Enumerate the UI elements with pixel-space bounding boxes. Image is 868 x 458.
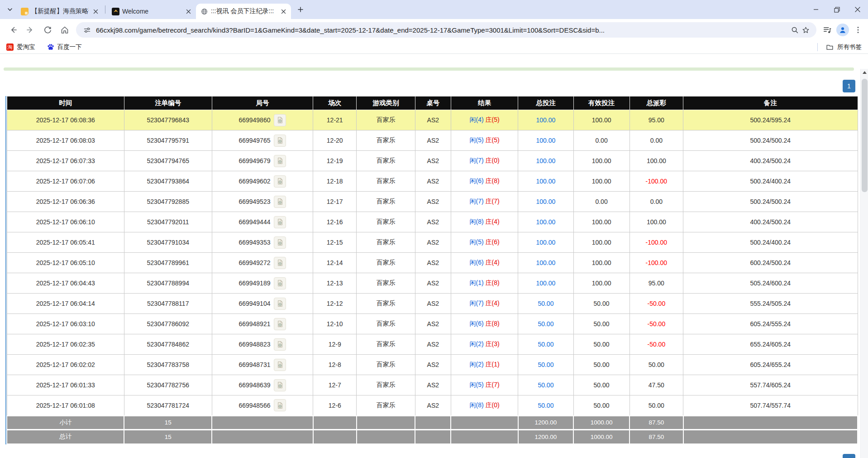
home-icon[interactable] bbox=[57, 22, 72, 38]
cell-total-bet: 50.00 bbox=[518, 294, 573, 314]
cell-time: 2025-12-17 06:03:10 bbox=[7, 314, 124, 334]
video-replay-button[interactable] bbox=[274, 257, 286, 269]
site-settings-icon[interactable] bbox=[81, 24, 92, 35]
url-text[interactable]: 66cxkj98.com/game/betrecord_search/kind3… bbox=[96, 26, 785, 34]
cell-table-number: AS2 bbox=[415, 192, 451, 212]
bookmark-taobao[interactable]: 淘 爱淘宝 bbox=[6, 43, 35, 51]
address-bar[interactable]: 66cxkj98.com/game/betrecord_search/kind3… bbox=[76, 22, 816, 38]
video-replay-button[interactable] bbox=[274, 155, 286, 167]
total-bet-link[interactable]: 100.00 bbox=[536, 137, 556, 144]
cell-remark: 505.24/600.24 bbox=[683, 273, 858, 294]
video-replay-button[interactable] bbox=[274, 196, 286, 208]
total-bet-link[interactable]: 100.00 bbox=[536, 280, 556, 287]
close-window-icon[interactable] bbox=[847, 0, 868, 19]
scrollbar-up-arrow-icon[interactable] bbox=[862, 71, 867, 74]
result-player: 闲(5) bbox=[470, 238, 484, 246]
video-replay-button[interactable] bbox=[274, 216, 286, 228]
bookmark-baidu[interactable]: 百度一下 bbox=[47, 43, 82, 51]
total-bet-link[interactable]: 50.00 bbox=[538, 402, 553, 409]
summary-cell bbox=[415, 416, 451, 430]
cell-bet-number: 523047789961 bbox=[124, 253, 212, 273]
tab-bet-records[interactable]: :::视讯 会员下注纪录::: bbox=[196, 4, 291, 19]
video-replay-button[interactable] bbox=[274, 379, 286, 391]
video-replay-button[interactable] bbox=[274, 338, 286, 351]
summary-cell bbox=[451, 416, 518, 430]
cell-time: 2025-12-17 06:02:35 bbox=[7, 334, 124, 355]
pagination-page-1-top[interactable]: 1 bbox=[843, 80, 855, 92]
minimize-icon[interactable] bbox=[806, 0, 826, 19]
total-bet-link[interactable]: 100.00 bbox=[536, 198, 556, 205]
new-tab-icon[interactable] bbox=[295, 4, 306, 15]
total-bet-link[interactable]: 100.00 bbox=[536, 218, 556, 226]
cell-bet-number: 523047788994 bbox=[124, 273, 212, 294]
total-bet-link[interactable]: 50.00 bbox=[538, 341, 553, 348]
total-bet-link[interactable]: 100.00 bbox=[536, 178, 556, 185]
result-player: 闲(8) bbox=[470, 401, 484, 409]
video-replay-button[interactable] bbox=[274, 298, 286, 310]
video-replay-button[interactable] bbox=[274, 175, 286, 188]
bookmark-label: 爱淘宝 bbox=[17, 43, 35, 51]
column-header: 备注 bbox=[683, 96, 858, 110]
total-bet-link[interactable]: 50.00 bbox=[538, 381, 553, 389]
cell-remark: 555.24/505.24 bbox=[683, 294, 858, 314]
total-bet-link[interactable]: 100.00 bbox=[536, 259, 556, 266]
total-bet-link[interactable]: 100.00 bbox=[536, 157, 556, 164]
page-scrollbar[interactable] bbox=[860, 69, 868, 458]
restore-icon[interactable] bbox=[826, 0, 847, 19]
close-tab-icon[interactable] bbox=[184, 7, 192, 15]
tab-welcome[interactable]: Welcome bbox=[107, 4, 196, 19]
total-bet-link[interactable]: 50.00 bbox=[538, 361, 553, 368]
globe-favicon-icon bbox=[200, 8, 208, 15]
video-replay-button[interactable] bbox=[274, 236, 286, 249]
cell-payout: -100.00 bbox=[630, 253, 683, 273]
cell-result: 闲(2) 庄(3) bbox=[451, 334, 518, 355]
result-player: 闲(6) bbox=[470, 259, 484, 266]
cell-valid-bet: 100.00 bbox=[573, 253, 630, 273]
cell-table-number: AS2 bbox=[415, 253, 451, 273]
cell-session: 12-20 bbox=[313, 130, 357, 151]
total-bet-link[interactable]: 50.00 bbox=[538, 300, 553, 307]
cell-table-number: AS2 bbox=[415, 273, 451, 294]
video-replay-button[interactable] bbox=[274, 135, 286, 147]
cell-remark: 600.24/500.24 bbox=[683, 253, 858, 273]
tab-forum[interactable]: 【新提醒】海燕策略论坛 - 综合 bbox=[16, 4, 103, 19]
cell-result: 闲(5) 庄(6) bbox=[451, 232, 518, 253]
total-bet-link[interactable]: 100.00 bbox=[536, 116, 556, 124]
profile-avatar[interactable] bbox=[836, 24, 849, 36]
video-replay-button[interactable] bbox=[274, 318, 286, 330]
reload-icon[interactable] bbox=[40, 22, 55, 38]
cell-payout: -50.00 bbox=[630, 334, 683, 355]
video-replay-button[interactable] bbox=[274, 359, 286, 371]
zoom-page-icon[interactable] bbox=[789, 24, 800, 35]
window-controls bbox=[806, 0, 868, 19]
total-bet-link[interactable]: 100.00 bbox=[536, 239, 556, 246]
column-header: 局号 bbox=[212, 96, 313, 110]
total-bet-link[interactable]: 50.00 bbox=[538, 320, 553, 328]
round-number: 669949104 bbox=[238, 300, 270, 307]
result-banker: 庄(8) bbox=[486, 177, 500, 184]
menu-kebab-icon[interactable] bbox=[853, 24, 863, 35]
video-replay-button[interactable] bbox=[274, 114, 286, 126]
video-replay-button[interactable] bbox=[274, 399, 286, 411]
table-row: 2025-12-17 06:04:43 523047788994 6699491… bbox=[7, 273, 858, 294]
cell-session: 12-6 bbox=[313, 395, 357, 416]
close-tab-icon[interactable] bbox=[279, 7, 287, 15]
back-icon[interactable] bbox=[5, 22, 21, 38]
all-bookmarks[interactable]: 所有书签 bbox=[817, 43, 862, 51]
forward-icon[interactable] bbox=[23, 22, 38, 38]
cell-valid-bet: 50.00 bbox=[573, 314, 630, 334]
bookmark-star-icon[interactable] bbox=[800, 24, 811, 35]
bookmarks-bar: 淘 爱淘宝 百度一下 所有书签 bbox=[0, 41, 868, 54]
cell-result: 闲(8) 庄(4) bbox=[451, 212, 518, 232]
scrollbar-thumb[interactable] bbox=[862, 79, 868, 192]
cell-bet-number: 523047792885 bbox=[124, 192, 212, 212]
video-replay-button[interactable] bbox=[274, 277, 286, 289]
tab-search-chevron-icon[interactable] bbox=[4, 3, 16, 16]
close-tab-icon[interactable] bbox=[91, 7, 100, 15]
summary-cell bbox=[415, 430, 451, 444]
cell-bet-number: 523047784862 bbox=[124, 334, 212, 355]
pagination-page-1-bottom[interactable]: 1 bbox=[843, 454, 855, 458]
cell-table-number: AS2 bbox=[415, 334, 451, 355]
result-banker: 庄(1) bbox=[486, 361, 500, 368]
media-controls-icon[interactable] bbox=[822, 24, 833, 35]
